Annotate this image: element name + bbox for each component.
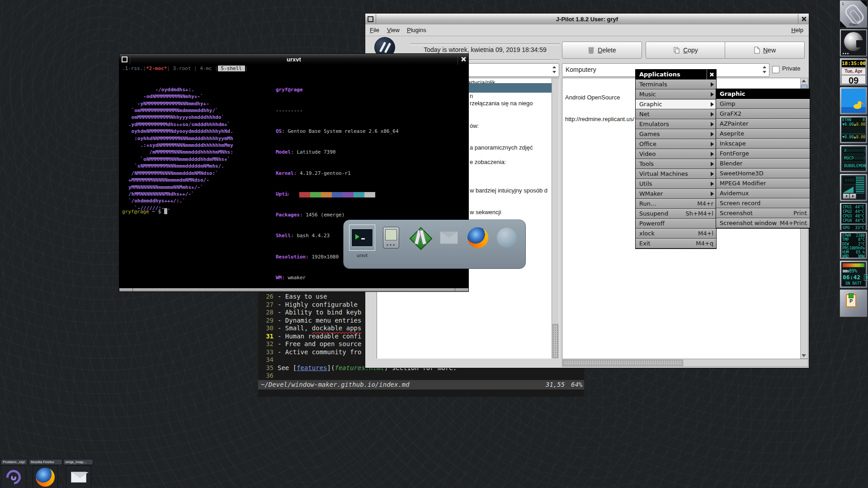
miniwindow-firefox[interactable] (33, 465, 58, 488)
memo-list-text: a panoramicznych zdjęć (470, 144, 533, 151)
menu-item-exit[interactable]: ExitM4+q (636, 239, 716, 249)
new-button[interactable]: New (725, 42, 805, 59)
combo-arrows-icon[interactable] (761, 66, 768, 74)
dock-weather[interactable]: EPWR2300 TMP8°C DEW2°C PRS1009hPa HUM65 … (840, 231, 868, 259)
menu-view[interactable]: View (387, 24, 400, 36)
menu-title[interactable]: Graphic (716, 89, 810, 99)
memo-list-text: rzełączania się na niego (470, 100, 533, 107)
mocp-label: MOCP (844, 156, 854, 160)
dock-battery[interactable]: 89% 06:42B ON BATT (840, 260, 868, 288)
mail-icon (71, 472, 86, 483)
dock-clipboard[interactable]: P (840, 289, 868, 317)
dock-net-monitor[interactable]: ETH08 ▼0.00▲0.00 ▼0.00▲0.00 (840, 116, 868, 144)
menu-item-virtual-machines[interactable]: Virtual Machines (636, 169, 716, 179)
menu-help[interactable]: Help (791, 24, 803, 36)
miniwindow-title-firefox[interactable]: Mozilla Firefox (29, 459, 62, 465)
menu-item-screenshot-window[interactable]: Screenshot windowM4+Print (716, 218, 810, 228)
menu-item-screenshot[interactable]: ScreenshotPrint (716, 208, 810, 218)
tab-root[interactable]: 3-root (170, 66, 194, 71)
equalizer-bars (856, 177, 864, 193)
private-checkbox[interactable] (772, 66, 779, 73)
miniwindow-mail[interactable] (66, 465, 91, 488)
launcher-gvim[interactable] (407, 225, 433, 250)
menu-item-run[interactable]: Run...M4+r (636, 199, 716, 209)
vim-line: 36 (259, 372, 584, 380)
menu-item-inkscape[interactable]: Inkscape (716, 139, 810, 149)
menu-item-blender[interactable]: Blender (716, 159, 810, 169)
menu-item-emulators[interactable]: Emulators (636, 119, 716, 129)
menu-plugins[interactable]: Plugins (407, 24, 426, 36)
menu-file[interactable]: File (370, 24, 379, 36)
menu-item-mpeg4-modifier[interactable]: MPEG4 Modifier (716, 178, 810, 188)
tab-moc[interactable]: *2-moc* (146, 66, 167, 71)
delete-button[interactable]: Delete (562, 42, 642, 59)
launcher-firefox[interactable] (465, 225, 491, 250)
wmaker-dock: 1 main 18:35:00 Tue, Apr 09 ETH08 ▼0.00▲… (839, 0, 868, 318)
menu-item-gimp[interactable]: Gimp (716, 99, 810, 109)
menu-item-screen-record[interactable]: Screen record (716, 198, 810, 208)
editor-hscrollbar[interactable] (562, 359, 808, 367)
dock-calclock[interactable]: 18:35:00 Tue, Apr 09 (840, 58, 868, 86)
clipboard-icon: P (846, 294, 856, 307)
menu-item-avidemux[interactable]: Avidemux (716, 188, 810, 198)
menu-item-games[interactable]: Games (636, 129, 716, 139)
launcher-browser-disabled[interactable] (494, 225, 519, 250)
dock-temp-monitor[interactable]: CPU144°C CPU244°C CPU340°C CPU444°C GPU3… (840, 202, 868, 230)
shell-prompt[interactable]: gryf@rage ~ $ (122, 208, 167, 215)
launcher-jpilot[interactable] (378, 225, 404, 250)
tab-rss[interactable]: .1-rss. (122, 66, 143, 71)
close-button[interactable] (798, 14, 809, 24)
resize-bar[interactable] (119, 288, 468, 291)
tab-shell-active[interactable]: 5-shell (218, 66, 245, 71)
clip-next-icon[interactable] (860, 0, 867, 7)
miniwindow-urxvt[interactable] (1, 465, 26, 488)
miniwindow-title-vim-mail[interactable]: vimja_imap... (63, 459, 93, 465)
menu-item-office[interactable]: Office (636, 139, 716, 149)
dock-mixer[interactable]: 8488 (840, 174, 868, 202)
dock-duck-pond[interactable] (840, 87, 868, 115)
scroll-down-icon[interactable] (802, 354, 806, 357)
applications-menu: Applications Terminals Music Graphic Net… (635, 69, 717, 249)
miniwindow-title-problem[interactable]: Problem...ctyl (1, 459, 27, 465)
menu-item-fontforge[interactable]: FontForge (716, 149, 810, 159)
vim-filename: ~/Devel/window-maker.github.io/index.md (261, 380, 410, 389)
jpilot-titlebar[interactable]: J-Pilot 1.8.2 User: gryf (365, 14, 809, 25)
menu-item-sweethome3d[interactable]: SweetHome3D (716, 169, 810, 178)
miniaturize-button[interactable] (365, 14, 376, 24)
list-vscrollbar[interactable] (552, 78, 559, 358)
dock-lcd-monitors[interactable]: X88888888 MOCP88888 BUBBLEMON (840, 145, 868, 173)
menu-title[interactable]: Applications (636, 70, 716, 80)
menu-close-button[interactable] (707, 70, 716, 80)
menu-item-video[interactable]: Video (636, 149, 716, 159)
scroll-up-icon[interactable] (802, 80, 806, 82)
next-button[interactable] (849, 193, 856, 199)
menu-item-utils[interactable]: Utils (636, 179, 716, 189)
menu-item-grafx2[interactable]: GraFX2 (716, 109, 810, 119)
menu-item-xlock[interactable]: xlockM4+l (636, 229, 716, 239)
launcher-mail-disabled[interactable] (436, 225, 462, 250)
dock-clip[interactable]: 1 main (840, 0, 868, 28)
menu-item-wmaker[interactable]: WMaker (636, 189, 716, 199)
combo-arrows-icon[interactable] (551, 66, 557, 74)
menu-item-azpainter[interactable]: AZPainter (716, 119, 810, 129)
menu-item-terminals[interactable]: Terminals (636, 80, 716, 89)
menu-item-music[interactable]: Music (636, 89, 716, 99)
menu-item-aseprite[interactable]: Aseprite (716, 129, 810, 139)
urxvt-titlebar[interactable]: urxvt (119, 54, 468, 65)
menu-item-net[interactable]: Net (636, 109, 716, 119)
launcher-urxvt[interactable] (349, 225, 375, 250)
copy-button[interactable]: Copy (646, 42, 726, 59)
menu-item-poweroff[interactable]: Poweroff (636, 219, 716, 229)
tab-mc[interactable]: 4-mc (197, 66, 215, 71)
menu-item-tools[interactable]: Tools (636, 159, 716, 169)
scrollbar-thumb[interactable] (563, 360, 683, 366)
memo-list-text: n (470, 93, 473, 99)
prev-button[interactable] (843, 193, 849, 199)
miniaturize-button[interactable] (119, 54, 130, 65)
dock-sphere-app[interactable] (840, 29, 868, 57)
scrollbar-thumb[interactable] (552, 324, 558, 358)
volume-wedge[interactable] (843, 187, 854, 193)
menu-item-suspend[interactable]: SusupendSh+M4+l (636, 209, 716, 219)
menu-item-graphic[interactable]: Graphic (636, 99, 716, 109)
close-button[interactable] (458, 54, 468, 65)
